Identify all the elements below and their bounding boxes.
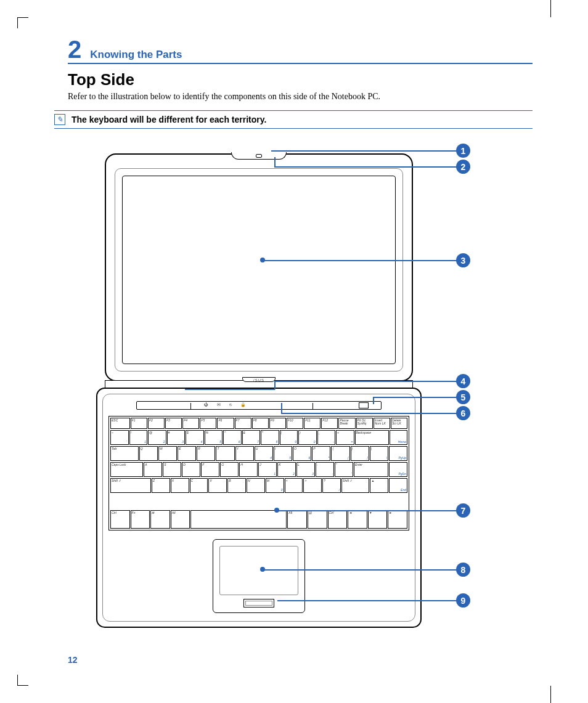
webcam-housing <box>231 152 287 160</box>
key: $4 <box>186 430 204 445</box>
chapter-number: 2 <box>68 37 81 62</box>
leader-dot <box>260 258 265 262</box>
key: ▤ <box>308 510 327 529</box>
key: P* <box>312 446 330 461</box>
page-number: 12 <box>68 655 78 665</box>
callout-7: 7 <box>456 503 470 518</box>
key: }] <box>351 446 369 461</box>
key: F7 <box>235 418 251 429</box>
leader-line <box>373 397 457 398</box>
key: W <box>158 446 177 461</box>
key-row: ~`!1@2#3$4%5^6&7*8(9)0_-+=BackspaceHome <box>110 430 407 445</box>
section-title: Top Side <box>68 70 533 89</box>
key: B <box>227 478 246 493</box>
key: Insert Num LK <box>374 418 390 429</box>
camera-icon <box>256 154 262 158</box>
key: ~` <box>110 430 129 445</box>
leader-line <box>185 389 275 390</box>
laptop-lid <box>105 153 413 381</box>
key: T <box>216 446 234 461</box>
section-intro: Refer to the illustration below to ident… <box>68 92 533 102</box>
key: J1 <box>258 462 277 477</box>
key: "' <box>335 462 353 477</box>
key: F9 <box>269 418 286 429</box>
key: F1 <box>131 418 147 429</box>
key: H <box>239 462 258 477</box>
key: R <box>197 446 215 461</box>
key: Tab <box>110 446 139 461</box>
key: F3 <box>165 418 182 429</box>
note-text: The keyboard will be different for each … <box>71 115 266 124</box>
key: X <box>171 478 189 493</box>
key: :; <box>316 462 334 477</box>
key: Shift ⇧ <box>110 478 151 493</box>
leader-line <box>277 600 457 601</box>
key: F6 <box>217 418 234 429</box>
leader-line <box>281 413 457 414</box>
status-icons: ⏻✉⎋🔒 <box>204 402 246 407</box>
key-row: Caps LockASDFGHJ1K2L3:;"'EnterPgDn <box>110 462 407 477</box>
key: += <box>336 430 354 445</box>
leader-line <box>274 381 276 389</box>
key: ◄ <box>348 510 367 529</box>
fingerprint-reader <box>243 599 274 608</box>
key: |\ <box>370 446 388 461</box>
key-row: Shift ⇧ZXCVBNM0<,>.?/Shift ⇧▲End <box>110 478 407 493</box>
key: <, <box>285 478 303 493</box>
key: >. <box>303 478 322 493</box>
callout-8: 8 <box>456 563 470 577</box>
display-panel <box>122 176 396 364</box>
leader-line <box>281 403 282 413</box>
note-box: ✎ The keyboard will be different for eac… <box>54 110 533 129</box>
note-icon: ✎ <box>54 114 65 125</box>
key: F8 <box>252 418 269 429</box>
key: F5 <box>200 418 216 429</box>
callout-3: 3 <box>456 253 470 267</box>
key: ▼ <box>368 510 388 529</box>
key: E <box>178 446 196 461</box>
brand-logo: /SUS <box>242 377 276 382</box>
leader-line <box>271 150 456 152</box>
keyboard: ESCF1F2F3F4F5F6F7F8F9F10F11F12Pause Brea… <box>108 416 409 530</box>
key: Ctrl <box>328 510 348 529</box>
key: #3 <box>167 430 186 445</box>
key: _- <box>317 430 336 445</box>
key: ▲ <box>370 478 388 493</box>
key: ?/ <box>322 478 341 493</box>
key: Q <box>139 446 158 461</box>
key: F2 <box>148 418 165 429</box>
key: Enter <box>354 462 388 477</box>
leader-dot <box>274 508 279 513</box>
power-button <box>359 402 369 408</box>
key: Y <box>235 446 254 461</box>
key: S <box>163 462 181 477</box>
key: F4 <box>182 418 199 429</box>
key: G <box>220 462 239 477</box>
key: Pause Break <box>338 418 355 429</box>
key: Prt Sc SysRq <box>356 418 373 429</box>
key: Delete Scr LK <box>391 418 407 429</box>
laptop-base: ⏻✉⎋🔒 ESCF1F2F3F4F5F6F7F8F9F10F11F12Pause… <box>96 388 422 628</box>
key: &7 <box>242 430 261 445</box>
key: Alt <box>171 510 190 529</box>
leader-line <box>274 166 457 168</box>
key: !1 <box>129 430 148 445</box>
key: Alt <box>287 510 307 529</box>
laptop-diagram: /SUS ⏻✉⎋🔒 ESCF1F2F3F4F5F6F7F8F9F10F11F12… <box>92 144 518 630</box>
callout-6: 6 <box>456 406 470 420</box>
leader-line <box>373 397 374 404</box>
callout-5: 5 <box>456 390 470 404</box>
key-row: ESCF1F2F3F4F5F6F7F8F9F10F11F12Pause Brea… <box>110 418 407 429</box>
status-indicator-strip <box>136 401 382 410</box>
touchpad <box>213 539 305 613</box>
key: F10 <box>287 418 303 429</box>
callout-4: 4 <box>456 374 470 388</box>
key: A <box>144 462 162 477</box>
key: Fn <box>131 510 150 529</box>
key-row: TabQWERTYU4I5O6P*{[}]|\PgUp <box>110 446 407 461</box>
key: PgUp <box>389 446 407 461</box>
key: Shift ⇧ <box>341 478 369 493</box>
chapter-title: Knowing the Parts <box>90 49 182 61</box>
callout-1: 1 <box>456 144 470 158</box>
key: ^6 <box>223 430 242 445</box>
